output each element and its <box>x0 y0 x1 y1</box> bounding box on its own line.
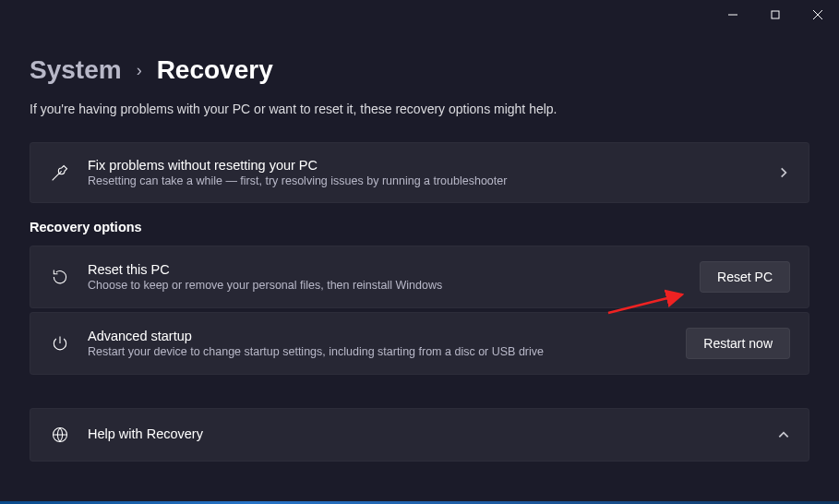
recovery-options-header: Recovery options <box>30 220 809 234</box>
reset-pc-title: Reset this PC <box>88 262 700 277</box>
maximize-button[interactable] <box>754 0 797 30</box>
advanced-startup-card[interactable]: Advanced startup Restart your device to … <box>30 312 809 375</box>
chevron-right-icon <box>777 166 790 179</box>
advanced-startup-title: Advanced startup <box>88 329 686 343</box>
help-title: Help with Recovery <box>88 426 777 441</box>
fix-problems-subtitle: Resetting can take a while — first, try … <box>88 174 777 187</box>
chevron-up-icon <box>777 428 790 441</box>
maximize-icon <box>771 10 780 19</box>
svg-rect-0 <box>772 11 779 18</box>
reset-pc-subtitle: Choose to keep or remove your personal f… <box>88 279 700 292</box>
chevron-right-icon: › <box>137 61 142 80</box>
breadcrumb-parent[interactable]: System <box>30 55 122 85</box>
page-description: If you're having problems with your PC o… <box>30 102 809 116</box>
window-controls <box>712 0 839 30</box>
close-button[interactable] <box>797 0 839 30</box>
reset-pc-button[interactable]: Reset PC <box>700 261 790 293</box>
minimize-icon <box>728 10 737 19</box>
globe-icon <box>49 424 71 446</box>
breadcrumb: System › Recovery <box>30 55 809 85</box>
fix-problems-card[interactable]: Fix problems without resetting your PC R… <box>30 142 809 203</box>
reset-pc-card[interactable]: Reset this PC Choose to keep or remove y… <box>30 246 809 308</box>
fix-problems-title: Fix problems without resetting your PC <box>88 158 777 173</box>
help-card[interactable]: Help with Recovery <box>30 408 809 462</box>
restart-now-button[interactable]: Restart now <box>686 328 790 359</box>
advanced-startup-subtitle: Restart your device to change startup se… <box>88 345 686 358</box>
page-title: Recovery <box>157 55 273 85</box>
close-icon <box>813 10 822 19</box>
reset-icon <box>49 266 71 288</box>
wrench-icon <box>49 162 71 184</box>
power-icon <box>49 332 71 354</box>
minimize-button[interactable] <box>712 0 754 30</box>
